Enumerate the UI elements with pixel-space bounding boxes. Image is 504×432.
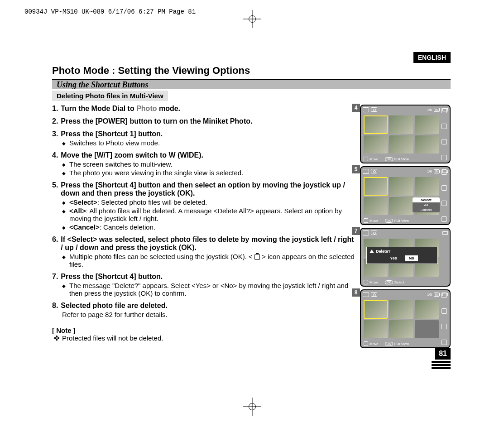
trash-icon (442, 155, 447, 160)
page-title: Photo Mode : Setting the Viewing Options (52, 65, 451, 77)
storage-badge: IN (434, 293, 440, 297)
list-item: Switches to Photo view mode. (62, 139, 355, 147)
thumbnail (389, 320, 413, 339)
camera-screen-figure: 1/5 IN (360, 289, 451, 348)
trash-icon (442, 216, 447, 222)
play-icon (363, 230, 369, 235)
step-heading: Press the [POWER] button to turn on the … (61, 117, 252, 125)
ok-badge: OK (385, 342, 393, 346)
trash-icon (442, 340, 447, 345)
thumbnail (415, 115, 439, 134)
section-subtitle: Using the Shortcut Buttons (57, 80, 149, 90)
select-label: Select (394, 280, 404, 284)
multi-icon (442, 124, 447, 129)
list-item: Multiple photo files can be selected usi… (62, 253, 355, 268)
thumbnail (389, 135, 413, 154)
menu-item-all: All (413, 202, 440, 207)
ok-badge: OK (385, 280, 393, 284)
thumbnail (415, 300, 439, 319)
page-number-stripe (432, 367, 451, 369)
list-item: The photo you were viewing in the single… (62, 169, 355, 177)
move-label: Move (370, 157, 379, 161)
delete-confirm-dialog: Delete? Yes No (366, 247, 438, 264)
thumbnail (389, 115, 413, 134)
photo-counter: 1/6 (427, 108, 432, 112)
play-icon (363, 292, 369, 297)
step-heading: If <Select> was selected, select photo f… (61, 235, 355, 252)
warning-icon (370, 250, 374, 253)
step-heading: Selected photo file are deleted. (61, 302, 168, 310)
figure-number: 4 (352, 104, 360, 112)
instructions-column: 1. Turn the Mode Dial to Photo mode. 2. … (52, 105, 355, 351)
camera-screen-figure: 1/6 IN (360, 166, 451, 225)
step-number: 4. (52, 151, 58, 159)
menu-item-cancel: Cancel (413, 207, 440, 212)
menu-item-select: Select (413, 197, 440, 202)
subtitle-bar: Using the Shortcut Buttons (52, 79, 451, 89)
note-item: Protected files will not be deleted. (54, 334, 355, 342)
joystick-icon (364, 157, 368, 161)
page-number-stripe (432, 361, 451, 363)
play-icon (363, 169, 369, 174)
ok-badge: OK (385, 157, 393, 161)
thumbnail (364, 115, 388, 134)
ok-badge: OK (385, 219, 393, 223)
step-heading: Press the [Shortcut 1] button. (61, 130, 163, 138)
joystick-icon (364, 341, 368, 346)
thumbnail (364, 197, 388, 216)
step-heading: Press the [Shortcut 4] button. (61, 273, 163, 281)
figure-number: 7 (352, 227, 360, 235)
crop-mark-icon (243, 10, 261, 28)
thumbnail (364, 320, 388, 339)
delete-option-menu: Select All Cancel (413, 197, 440, 212)
thumbnail (389, 300, 413, 319)
camera-screen-figure: 1/6 IN (360, 105, 451, 163)
step-trailing-text: Refer to page 82 for further details. (62, 311, 355, 318)
move-label: Move (370, 219, 379, 223)
list-item: <Cancel>: Cancels deletion. (62, 223, 355, 231)
step-number: 2. (52, 117, 58, 125)
thumbnail (389, 177, 413, 196)
camera-icon (371, 292, 377, 297)
thumbnail-empty (415, 320, 439, 339)
language-badge: ENGLISH (413, 52, 451, 63)
photo-counter: 1/6 (427, 169, 432, 173)
lock-icon (442, 201, 447, 206)
lock-icon (442, 324, 447, 329)
note-heading: [ Note ] (52, 326, 355, 334)
camera-icon (371, 107, 377, 112)
step-number: 5. (52, 181, 58, 197)
play-icon (442, 169, 447, 175)
step-heading: Move the [W/T] zoom switch to W (WIDE). (61, 151, 203, 159)
multi-icon (442, 308, 447, 314)
thumbnail (364, 300, 388, 319)
thumbnail (415, 177, 439, 196)
thumbnail (364, 177, 388, 196)
move-label: Move (370, 280, 379, 284)
step-number: 7. (52, 273, 58, 281)
play-icon (442, 293, 447, 298)
subsection-box: Deleting Photo files in Multi-View (52, 91, 168, 101)
battery-icon (442, 231, 448, 235)
crop-mark-icon (243, 398, 261, 416)
joystick-icon (364, 218, 368, 223)
fullview-label: Full View (394, 342, 409, 346)
step-number: 8. (52, 302, 58, 310)
figure-number: 5 (352, 165, 360, 173)
page-number-stripe (432, 364, 451, 366)
multi-icon (442, 185, 447, 191)
trash-icon (254, 254, 260, 260)
lock-icon (442, 139, 447, 144)
page-number-tab: 81 (432, 348, 451, 369)
thumbnail (415, 135, 439, 154)
camera-screen-figure: Delete? Yes No Move OKSelect (360, 228, 451, 287)
figures-column: 4 1/6 IN (360, 105, 451, 351)
list-item: <All>: All photo files will be deleted. … (62, 207, 355, 222)
page-number: 81 (435, 348, 451, 360)
step-number: 6. (52, 235, 58, 252)
play-icon (363, 107, 369, 112)
step-number: 3. (52, 130, 58, 138)
dialog-title: Delete? (376, 249, 391, 254)
step-heading: Turn the Mode Dial to Photo mode. (61, 105, 180, 113)
list-item: <Select>: Selected photo files will be d… (62, 198, 355, 206)
